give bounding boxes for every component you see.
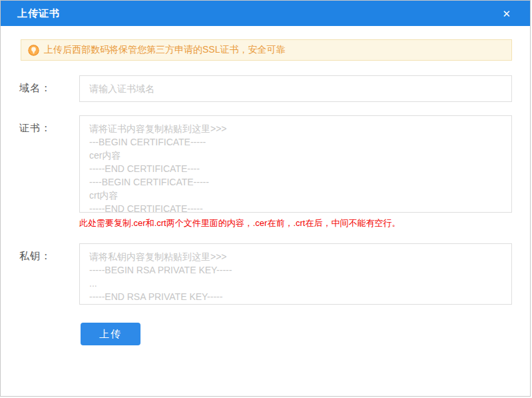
domain-label: 域名： — [19, 75, 79, 95]
domain-row: 域名： — [1, 75, 512, 102]
certificate-textarea[interactable] — [79, 115, 512, 213]
certificate-row: 证书： — [1, 115, 512, 213]
certificate-hint: 此处需要复制.cer和.crt两个文件里面的内容，.cer在前，.crt在后，中… — [79, 217, 512, 229]
info-banner: 上传后西部数码将保管您第三方申请的SSL证书，安全可靠 — [21, 39, 512, 61]
bulb-icon — [28, 45, 39, 56]
close-button[interactable]: ✕ — [499, 6, 513, 21]
dialog-title: 上传证书 — [17, 7, 60, 20]
upload-certificate-dialog: 上传证书 ✕ 上传后西部数码将保管您第三方申请的SSL证书，安全可靠 域名： 证… — [0, 0, 531, 397]
private-key-row: 私钥： — [1, 243, 512, 305]
upload-button[interactable]: 上传 — [81, 323, 140, 345]
private-key-label: 私钥： — [19, 243, 79, 263]
close-icon: ✕ — [502, 8, 511, 19]
dialog-header: 上传证书 ✕ — [1, 1, 530, 26]
certificate-label: 证书： — [19, 115, 79, 135]
private-key-textarea[interactable] — [79, 243, 512, 305]
info-banner-text: 上传后西部数码将保管您第三方申请的SSL证书，安全可靠 — [44, 44, 285, 56]
domain-input[interactable] — [79, 75, 512, 102]
